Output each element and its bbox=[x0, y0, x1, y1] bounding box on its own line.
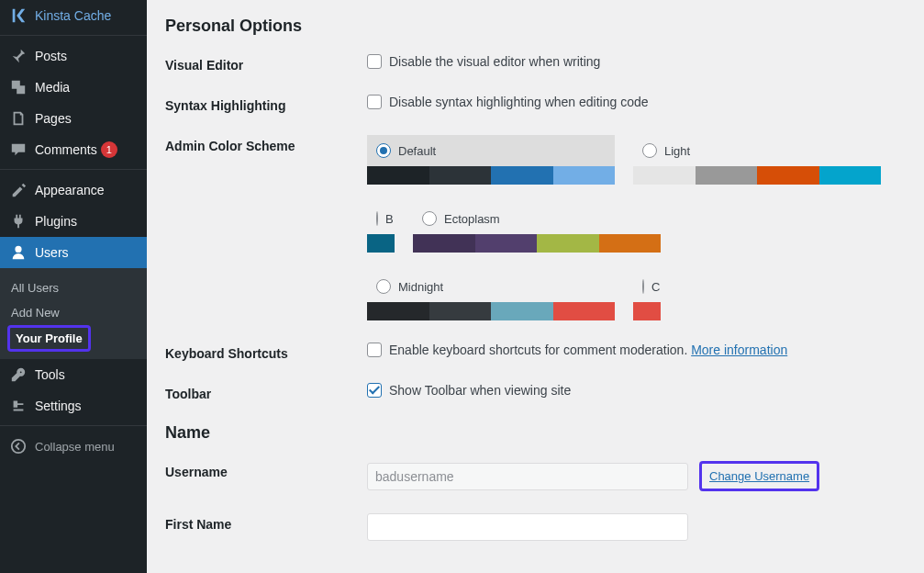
sidebar-item-kinsta-cache[interactable]: Kinsta Cache bbox=[0, 0, 147, 31]
scheme-swatches bbox=[413, 234, 661, 253]
section-name: Name bbox=[165, 423, 906, 443]
scheme-swatches bbox=[367, 166, 615, 185]
scheme-light[interactable]: Light bbox=[633, 135, 881, 185]
toolbar-checkbox-input[interactable] bbox=[367, 383, 382, 398]
sidebar-item-settings[interactable]: Settings bbox=[0, 390, 147, 421]
comments-count-badge: 1 bbox=[101, 141, 117, 158]
sidebar-item-label: Comments bbox=[35, 142, 97, 157]
scheme-radio-default[interactable] bbox=[376, 143, 391, 158]
media-icon bbox=[9, 78, 28, 96]
scheme-midnight[interactable]: Midnight bbox=[367, 271, 615, 320]
kinsta-icon bbox=[9, 6, 28, 25]
more-information-link[interactable]: More information bbox=[691, 343, 787, 357]
scheme-name: Default bbox=[398, 144, 436, 158]
section-personal-options: Personal Options bbox=[165, 17, 906, 36]
label-username: Username bbox=[165, 461, 367, 479]
comments-icon bbox=[9, 140, 28, 159]
checkbox-toolbar[interactable]: Show Toolbar when viewing site bbox=[367, 383, 906, 398]
submenu-item-your-profile[interactable]: Your Profile bbox=[10, 328, 88, 349]
sidebar-item-label: Users bbox=[35, 245, 69, 260]
scheme-radio-partial-1[interactable] bbox=[376, 211, 378, 226]
checkbox-visual-editor[interactable]: Disable the visual editor when writing bbox=[367, 54, 906, 69]
scheme-radio-midnight[interactable] bbox=[376, 279, 391, 294]
sidebar-item-label: Pages bbox=[35, 111, 72, 126]
submenu-item-all-users[interactable]: All Users bbox=[0, 275, 147, 300]
sidebar-item-media[interactable]: Media bbox=[0, 72, 147, 103]
scheme-swatches bbox=[633, 302, 661, 320]
change-username-highlight: Change Username bbox=[699, 461, 819, 491]
admin-sidebar: Kinsta Cache Posts Media Pages Comments … bbox=[0, 0, 147, 573]
sidebar-item-label: Plugins bbox=[35, 214, 77, 229]
separator bbox=[0, 421, 147, 426]
change-username-link[interactable]: Change Username bbox=[709, 469, 809, 483]
sidebar-item-appearance[interactable]: Appearance bbox=[0, 174, 147, 206]
label-syntax-highlighting: Syntax Highlighting bbox=[165, 95, 367, 113]
sidebar-item-label: Settings bbox=[35, 399, 82, 413]
appearance-icon bbox=[9, 181, 28, 199]
plugins-icon bbox=[9, 212, 28, 230]
pin-icon bbox=[9, 47, 28, 65]
sidebar-collapse[interactable]: Collapse menu bbox=[0, 431, 147, 462]
sidebar-item-label: Posts bbox=[35, 49, 67, 63]
checkbox-syntax-highlighting[interactable]: Disable syntax highlighting when editing… bbox=[367, 95, 906, 109]
scheme-swatches bbox=[367, 234, 395, 253]
checkbox-keyboard-shortcuts[interactable]: Enable keyboard shortcuts for comment mo… bbox=[367, 343, 906, 357]
users-submenu: All Users Add New Your Profile bbox=[0, 268, 147, 359]
profile-main: Personal Options Visual Editor Disable t… bbox=[147, 0, 924, 573]
sidebar-item-label: Collapse menu bbox=[35, 440, 115, 454]
separator bbox=[0, 165, 147, 170]
pages-icon bbox=[9, 109, 28, 128]
submenu-item-add-new[interactable]: Add New bbox=[0, 300, 147, 325]
label-toolbar: Toolbar bbox=[165, 383, 367, 401]
sidebar-item-posts[interactable]: Posts bbox=[0, 40, 147, 72]
settings-icon bbox=[9, 397, 28, 415]
scheme-name: B bbox=[385, 212, 394, 226]
label-keyboard-shortcuts: Keyboard Shortcuts bbox=[165, 343, 367, 361]
svg-point-0 bbox=[12, 440, 25, 453]
scheme-partial-2[interactable]: C bbox=[633, 271, 661, 320]
scheme-swatches bbox=[367, 302, 615, 320]
label-visual-editor: Visual Editor bbox=[165, 54, 367, 73]
syntax-checkbox-input[interactable] bbox=[367, 95, 382, 109]
sidebar-item-label: Media bbox=[35, 80, 70, 95]
checkbox-label: Show Toolbar when viewing site bbox=[389, 383, 571, 398]
color-schemes: Default Light bbox=[367, 135, 906, 320]
separator bbox=[0, 31, 147, 36]
scheme-ectoplasm[interactable]: Ectoplasm bbox=[413, 203, 661, 253]
sidebar-item-label: Kinsta Cache bbox=[35, 8, 111, 23]
checkbox-label: Enable keyboard shortcuts for comment mo… bbox=[389, 343, 787, 357]
users-icon bbox=[9, 243, 28, 262]
sidebar-item-label: Appearance bbox=[35, 183, 105, 197]
username-input bbox=[367, 463, 688, 490]
sidebar-item-pages[interactable]: Pages bbox=[0, 103, 147, 134]
label-first-name: First Name bbox=[165, 513, 367, 532]
checkbox-label: Disable the visual editor when writing bbox=[389, 54, 600, 69]
scheme-name: C bbox=[651, 280, 660, 294]
first-name-input[interactable] bbox=[367, 513, 688, 541]
sidebar-item-tools[interactable]: Tools bbox=[0, 359, 147, 390]
sidebar-item-plugins[interactable]: Plugins bbox=[0, 206, 147, 237]
scheme-swatches bbox=[633, 166, 881, 185]
scheme-default[interactable]: Default bbox=[367, 135, 615, 185]
sidebar-item-users[interactable]: Users bbox=[0, 237, 147, 268]
scheme-radio-partial-2[interactable] bbox=[642, 279, 644, 294]
sidebar-item-label: Tools bbox=[35, 367, 65, 382]
keyboard-checkbox-input[interactable] bbox=[367, 343, 382, 357]
scheme-partial-1[interactable]: B bbox=[367, 203, 395, 253]
label-admin-color-scheme: Admin Color Scheme bbox=[165, 135, 367, 153]
checkbox-label: Disable syntax highlighting when editing… bbox=[389, 95, 649, 109]
visual-editor-checkbox-input[interactable] bbox=[367, 54, 382, 69]
sidebar-item-comments[interactable]: Comments 1 bbox=[0, 134, 147, 165]
scheme-name: Midnight bbox=[398, 280, 443, 294]
collapse-icon bbox=[9, 437, 28, 455]
scheme-radio-light[interactable] bbox=[642, 143, 657, 158]
tools-icon bbox=[9, 365, 28, 384]
scheme-name: Light bbox=[664, 144, 690, 158]
scheme-radio-ectoplasm[interactable] bbox=[422, 211, 437, 226]
scheme-name: Ectoplasm bbox=[444, 212, 500, 226]
